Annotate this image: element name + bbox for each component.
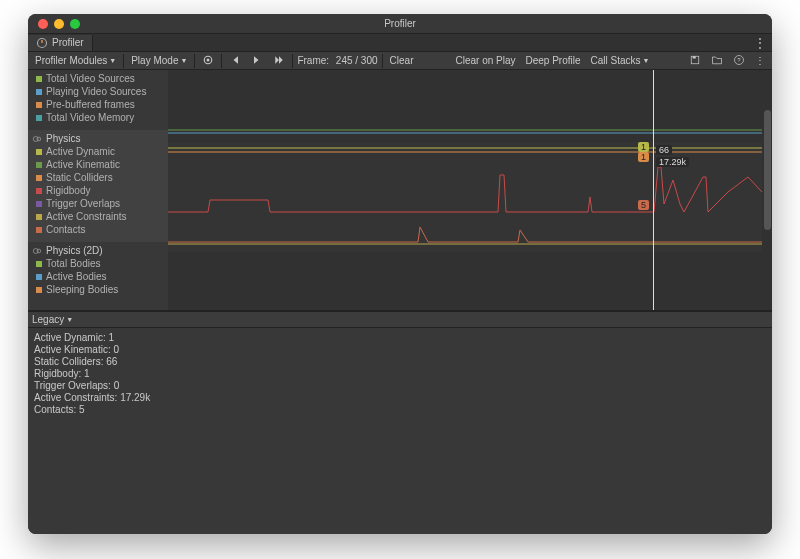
legend-label: Active Dynamic xyxy=(46,146,115,157)
legend-label: Pre-buffered frames xyxy=(46,99,135,110)
module-legend-item[interactable]: Sleeping Bodies xyxy=(32,283,164,296)
svg-point-10 xyxy=(37,249,41,253)
call-stacks-dropdown[interactable]: Call Stacks ▼ xyxy=(588,55,653,66)
titlebar: Profiler xyxy=(28,14,772,34)
legend-swatch-icon xyxy=(36,89,42,95)
svg-point-2 xyxy=(207,58,210,61)
tab-row: Profiler ⋮ xyxy=(28,34,772,52)
tab-menu-icon[interactable]: ⋮ xyxy=(748,36,772,50)
legend-swatch-icon xyxy=(36,102,42,108)
legend-label: Total Bodies xyxy=(46,258,100,269)
prev-frame-button[interactable] xyxy=(226,54,244,68)
graph-strip-physics2d[interactable] xyxy=(168,252,762,310)
chevron-down-icon: ▼ xyxy=(180,57,187,64)
module-legend-item[interactable]: Active Constraints xyxy=(32,210,164,223)
physics-icon xyxy=(32,134,42,144)
scroll-thumb[interactable] xyxy=(764,110,771,230)
module-legend-item[interactable]: Rigidbody xyxy=(32,184,164,197)
detail-row: Active Kinematic: 0 xyxy=(34,344,766,356)
module-legend-item[interactable]: Trigger Overlaps xyxy=(32,197,164,210)
record-button[interactable] xyxy=(199,54,217,68)
svg-rect-4 xyxy=(693,56,696,58)
legend-label: Playing Video Sources xyxy=(46,86,146,97)
legend-swatch-icon xyxy=(36,287,42,293)
legend-swatch-icon xyxy=(36,188,42,194)
value-chip: 1 xyxy=(638,152,649,162)
chevron-down-icon: ▼ xyxy=(109,57,116,64)
current-frame-button[interactable] xyxy=(270,54,288,68)
legend-label: Active Bodies xyxy=(46,271,107,282)
profiler-modules-dropdown[interactable]: Profiler Modules ▼ xyxy=(32,55,119,66)
legend-swatch-icon xyxy=(36,115,42,121)
tab-profiler[interactable]: Profiler xyxy=(28,35,93,51)
detail-toolbar: Legacy ▼ xyxy=(28,312,772,328)
module-legend-item[interactable]: Active Bodies xyxy=(32,270,164,283)
detail-row: Trigger Overlaps: 0 xyxy=(34,380,766,392)
module-legend-item[interactable]: Playing Video Sources xyxy=(32,85,164,98)
legend-label: Active Kinematic xyxy=(46,159,120,170)
playhead-global[interactable] xyxy=(653,70,654,310)
vertical-scrollbar[interactable] xyxy=(762,70,772,310)
module-physics2d[interactable]: Physics (2D) Total BodiesActive BodiesSl… xyxy=(28,242,168,302)
svg-point-7 xyxy=(33,136,38,141)
help-button[interactable]: ? xyxy=(730,54,748,68)
content-area: Total Video SourcesPlaying Video Sources… xyxy=(28,70,772,534)
module-video[interactable]: Total Video SourcesPlaying Video Sources… xyxy=(28,70,168,130)
module-legend-item[interactable]: Total Video Sources xyxy=(32,72,164,85)
value-chip: 5 xyxy=(638,200,649,210)
legend-label: Active Constraints xyxy=(46,211,127,222)
legend-label: Static Colliders xyxy=(46,172,113,183)
chevron-down-icon: ▼ xyxy=(643,57,650,64)
legend-swatch-icon xyxy=(36,201,42,207)
next-frame-button[interactable] xyxy=(248,54,266,68)
module-legend-item[interactable]: Total Bodies xyxy=(32,257,164,270)
graph-strip-video[interactable] xyxy=(168,70,762,142)
legend-swatch-icon xyxy=(36,214,42,220)
legend-swatch-icon xyxy=(36,149,42,155)
legend-label: Rigidbody xyxy=(46,185,90,196)
value-chip: 66 xyxy=(656,145,672,155)
value-chip: 1 xyxy=(638,142,649,152)
load-profile-button[interactable] xyxy=(708,54,726,68)
menu-button[interactable]: ⋮ xyxy=(752,55,768,66)
detail-mode-dropdown[interactable]: Legacy ▼ xyxy=(32,314,73,325)
frame-indicator: Frame: 245 / 300 xyxy=(297,55,377,66)
graph-strip-physics[interactable]: 1 1 66 17.29k 5 xyxy=(168,142,762,252)
module-legend-item[interactable]: Active Dynamic xyxy=(32,145,164,158)
svg-point-9 xyxy=(33,248,38,253)
window-title: Profiler xyxy=(28,18,772,29)
legend-label: Total Video Memory xyxy=(46,112,134,123)
profiler-icon xyxy=(36,37,48,49)
legend-swatch-icon xyxy=(36,261,42,267)
legend-label: Sleeping Bodies xyxy=(46,284,118,295)
svg-point-8 xyxy=(37,137,41,141)
legend-swatch-icon xyxy=(36,227,42,233)
chevron-down-icon: ▼ xyxy=(66,316,73,323)
legend-swatch-icon xyxy=(36,162,42,168)
value-chip: 17.29k xyxy=(656,157,689,167)
clear-on-play-toggle[interactable]: Clear on Play xyxy=(452,55,518,66)
module-legend-item[interactable]: Total Video Memory xyxy=(32,111,164,124)
profiler-window: Profiler Profiler ⋮ Profiler Modules ▼ P… xyxy=(28,14,772,534)
module-legend-item[interactable]: Static Colliders xyxy=(32,171,164,184)
module-legend-item[interactable]: Contacts xyxy=(32,223,164,236)
deep-profile-toggle[interactable]: Deep Profile xyxy=(523,55,584,66)
legend-swatch-icon xyxy=(36,175,42,181)
module-physics[interactable]: Physics Active DynamicActive KinematicSt… xyxy=(28,130,168,242)
detail-row: Rigidbody: 1 xyxy=(34,368,766,380)
graph-panels: Total Video SourcesPlaying Video Sources… xyxy=(28,70,772,310)
physics2d-icon xyxy=(32,246,42,256)
detail-panel: Active Dynamic: 1Active Kinematic: 0Stat… xyxy=(28,328,772,534)
legend-label: Contacts xyxy=(46,224,85,235)
module-legend-item[interactable]: Pre-buffered frames xyxy=(32,98,164,111)
clear-button[interactable]: Clear xyxy=(387,55,417,66)
legend-label: Total Video Sources xyxy=(46,73,135,84)
play-mode-dropdown[interactable]: Play Mode ▼ xyxy=(128,55,190,66)
legend-label: Trigger Overlaps xyxy=(46,198,120,209)
module-sidebar: Total Video SourcesPlaying Video Sources… xyxy=(28,70,168,310)
svg-text:?: ? xyxy=(737,57,741,63)
module-legend-item[interactable]: Active Kinematic xyxy=(32,158,164,171)
detail-row: Static Colliders: 66 xyxy=(34,356,766,368)
graph-region[interactable]: 1 1 66 17.29k 5 xyxy=(168,70,772,310)
save-profile-button[interactable] xyxy=(686,54,704,68)
